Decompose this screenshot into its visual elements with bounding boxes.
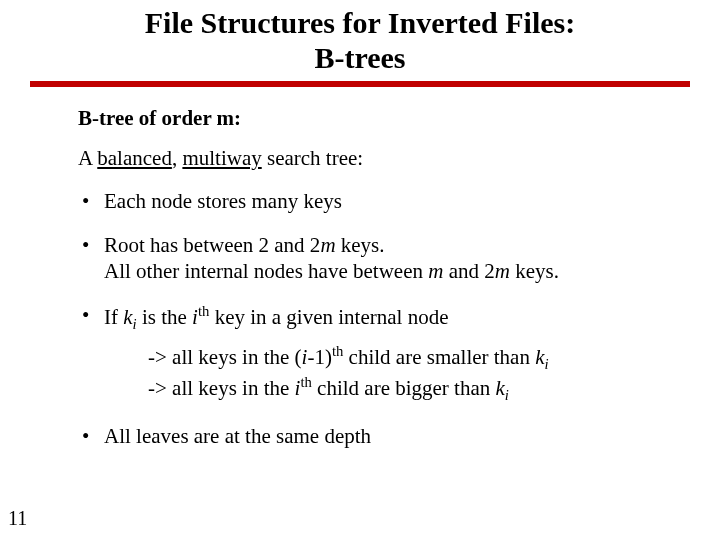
title-line-2: B-trees <box>314 41 405 74</box>
intro-suffix: search tree: <box>262 146 363 170</box>
b3s1-k: k <box>535 345 544 369</box>
b3s1-b: -1) <box>307 345 332 369</box>
b2-part-d: and 2 <box>443 259 494 283</box>
b2-part-b: keys. <box>336 233 385 257</box>
b2-m-1: m <box>320 233 335 257</box>
b3s1-c: child are smaller than <box>343 345 535 369</box>
title-line-1: File Structures for Inverted Files: <box>145 6 575 39</box>
b3-b: is the <box>137 305 192 329</box>
bullet-3-sub: -> all keys in the (i-1)th child are sma… <box>148 342 660 405</box>
page-number: 11 <box>8 507 27 530</box>
b3s2-th: th <box>300 374 311 390</box>
b3s1-ki: i <box>545 356 549 372</box>
b2-part-c: All other internal nodes have between <box>104 259 428 283</box>
b2-m-3: m <box>495 259 510 283</box>
slide: File Structures for Inverted Files: B-tr… <box>0 0 720 540</box>
b3-th1: th <box>198 303 209 319</box>
b2-m-2: m <box>428 259 443 283</box>
b2-part-e: keys. <box>510 259 559 283</box>
bullet-4-text: All leaves are at the same depth <box>104 424 371 448</box>
bullet-1-text: Each node stores many keys <box>104 189 342 213</box>
b3s1-th: th <box>332 343 343 359</box>
b3s1-a: -> all keys in the ( <box>148 345 302 369</box>
intro-underline-2: multiway <box>182 146 261 170</box>
b3-a: If <box>104 305 123 329</box>
b3s2-k: k <box>496 376 505 400</box>
b3-k1: k <box>123 305 132 329</box>
b3s2-a: -> all keys in the <box>148 376 295 400</box>
intro-sep: , <box>172 146 183 170</box>
section-heading: B-tree of order m: <box>78 105 660 131</box>
slide-body: B-tree of order m: A balanced, multiway … <box>0 87 720 449</box>
bullet-3: If ki is the ith key in a given internal… <box>78 302 660 405</box>
slide-title: File Structures for Inverted Files: B-tr… <box>0 0 720 75</box>
intro-line: A balanced, multiway search tree: <box>78 145 660 171</box>
bullet-4: All leaves are at the same depth <box>78 423 660 449</box>
intro-prefix: A <box>78 146 97 170</box>
bullet-list: Each node stores many keys Root has betw… <box>78 188 660 450</box>
bullet-1: Each node stores many keys <box>78 188 660 214</box>
b3s2-ki: i <box>505 388 509 404</box>
b3-c: key in a given internal node <box>209 305 448 329</box>
bullet-2: Root has between 2 and 2m keys. All othe… <box>78 232 660 285</box>
b3s2-b: child are bigger than <box>312 376 496 400</box>
intro-underline-1: balanced <box>97 146 172 170</box>
b2-part-a: Root has between 2 and 2 <box>104 233 320 257</box>
